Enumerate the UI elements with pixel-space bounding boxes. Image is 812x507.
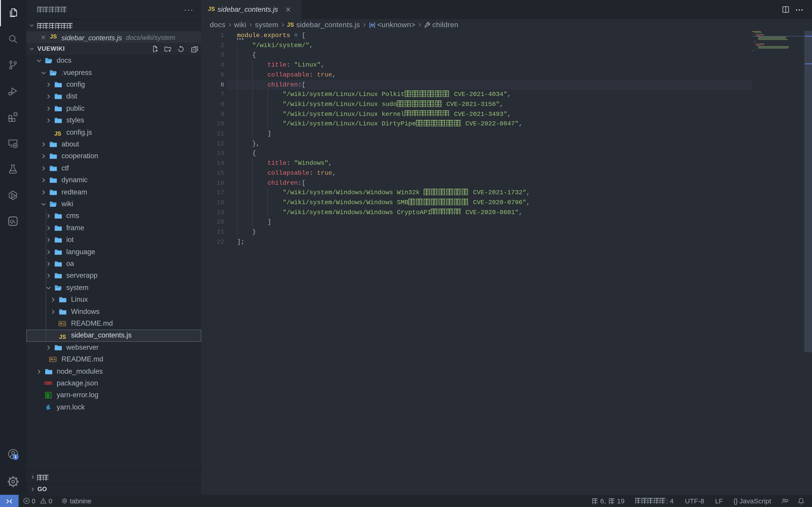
svg-text:QL: QL: [10, 219, 16, 224]
